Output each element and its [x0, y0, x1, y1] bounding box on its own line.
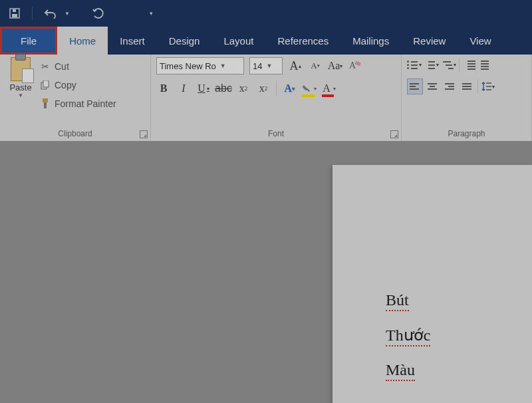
document-line-2: Thước [386, 326, 430, 346]
outdent-icon [464, 60, 475, 69]
svg-rect-2 [13, 9, 16, 12]
tab-file[interactable]: File [0, 27, 57, 55]
underline-button[interactable]: U▾ [196, 81, 211, 96]
svg-rect-1 [12, 14, 17, 17]
ribbon-tabs: File Home Insert Design Layout Reference… [0, 27, 532, 55]
group-paragraph: ▾ ▾ ▾ [402, 55, 532, 141]
font-name-value: Times New Ro [160, 61, 216, 71]
font-color-button[interactable]: A ▾ [322, 81, 336, 96]
clear-formatting-button[interactable]: A [348, 59, 362, 73]
shrink-font-button[interactable]: A▾ [308, 59, 323, 73]
align-left-icon [409, 82, 421, 91]
align-center-button[interactable] [426, 79, 440, 94]
paste-button[interactable]: Paste ▼ [5, 57, 36, 98]
tab-view[interactable]: View [458, 27, 503, 55]
svg-rect-5 [43, 98, 48, 102]
justify-icon [462, 82, 473, 91]
tab-layout[interactable]: Layout [211, 27, 265, 55]
tab-review[interactable]: Review [401, 27, 458, 55]
bold-button[interactable]: B [156, 81, 171, 96]
font-size-combo[interactable]: 14▼ [249, 57, 283, 74]
numbering-icon [424, 60, 436, 69]
grow-font-button[interactable]: A▴ [288, 59, 303, 73]
subscript-button[interactable]: x2 [236, 81, 251, 96]
font-group-label: Font [156, 129, 396, 140]
svg-rect-6 [44, 102, 47, 108]
decrease-indent-button[interactable] [462, 57, 477, 72]
font-name-combo[interactable]: Times New Ro▼ [156, 57, 244, 74]
document-area: Bút Thước Màu [0, 141, 532, 403]
svg-rect-4 [43, 80, 49, 87]
copy-icon [40, 80, 51, 90]
copy-label: Copy [55, 80, 76, 90]
tab-insert[interactable]: Insert [108, 27, 157, 55]
align-right-icon [444, 82, 456, 91]
brush-icon [40, 98, 51, 109]
italic-button[interactable]: I [176, 81, 191, 96]
copy-button[interactable]: Copy [40, 77, 116, 93]
tab-home[interactable]: Home [57, 27, 108, 55]
clipboard-group-label: Clipboard [5, 129, 145, 140]
font-dialog-launcher[interactable] [390, 130, 398, 138]
line-spacing-button[interactable]: ▾ [481, 79, 495, 94]
group-clipboard: Paste ▼ ✂ Cut Copy Form [0, 55, 151, 141]
align-right-button[interactable] [443, 79, 458, 94]
document-page[interactable]: Bút Thước Màu [332, 165, 532, 403]
change-case-button[interactable]: Aa▾ [328, 59, 342, 73]
indent-icon [481, 60, 493, 69]
align-center-icon [427, 82, 439, 91]
paste-icon [11, 57, 31, 81]
font-size-value: 14 [253, 61, 262, 71]
tab-references[interactable]: References [265, 27, 340, 55]
undo-dropdown-icon[interactable]: ▼ [63, 4, 71, 23]
bullets-icon [407, 60, 419, 69]
numbering-button[interactable]: ▾ [424, 57, 439, 72]
scissors-icon: ✂ [40, 61, 51, 72]
tab-mailings[interactable]: Mailings [340, 27, 401, 55]
bullets-button[interactable]: ▾ [407, 57, 422, 72]
justify-button[interactable] [460, 79, 475, 94]
qat-customize-icon[interactable]: ▾ [142, 4, 160, 23]
document-line-1: Bút [386, 291, 409, 311]
format-painter-button[interactable]: Format Painter [40, 96, 116, 112]
increase-indent-button[interactable] [479, 57, 494, 72]
paragraph-group-label: Paragraph [407, 129, 526, 140]
multilevel-icon [442, 60, 454, 69]
superscript-button[interactable]: x2 [256, 81, 271, 96]
multilevel-list-button[interactable]: ▾ [442, 57, 456, 72]
cut-label: Cut [55, 61, 69, 72]
tab-design[interactable]: Design [157, 27, 212, 55]
text-effects-button[interactable]: A▾ [282, 81, 297, 96]
undo-icon[interactable] [41, 4, 59, 23]
clipboard-dialog-launcher[interactable] [140, 130, 148, 138]
group-font: Times New Ro▼ 14▼ A▴ A▾ Aa▾ A B I U▾ abc… [151, 55, 402, 141]
redo-icon[interactable] [88, 4, 107, 23]
quick-access-toolbar: ▼ ▾ [0, 0, 532, 27]
strikethrough-button[interactable]: abc [216, 81, 231, 96]
paste-label: Paste [9, 82, 31, 92]
ribbon: Paste ▼ ✂ Cut Copy Form [0, 55, 532, 142]
svg-text:A: A [349, 61, 356, 70]
format-painter-label: Format Painter [55, 98, 116, 109]
highlight-button[interactable]: ▾ [302, 81, 317, 96]
save-icon[interactable] [5, 4, 24, 23]
align-left-button[interactable] [407, 78, 423, 94]
cut-button[interactable]: ✂ Cut [40, 59, 116, 74]
document-line-3: Màu [386, 361, 415, 381]
